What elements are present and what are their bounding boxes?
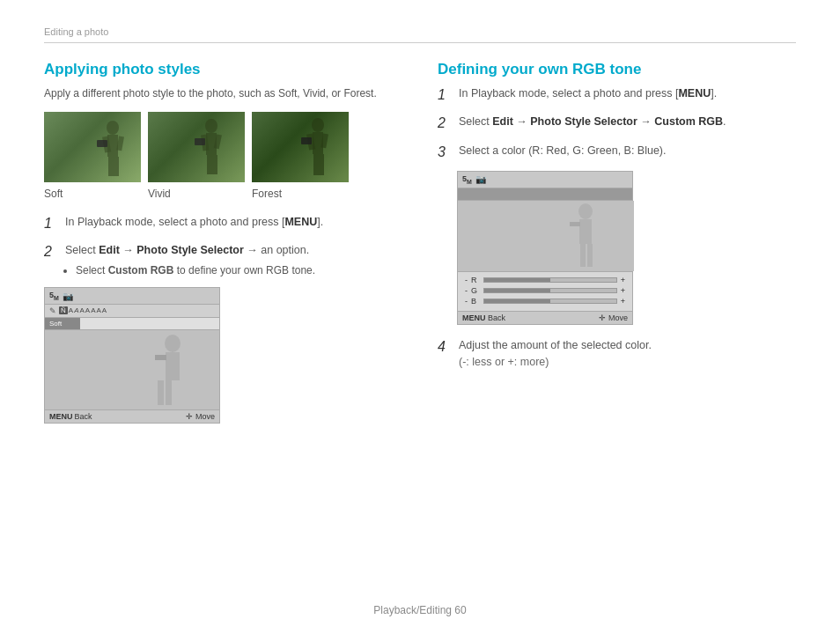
g-minus: -	[465, 286, 468, 295]
b-fill	[484, 299, 550, 303]
photo-soft	[44, 112, 141, 182]
svg-rect-21	[45, 330, 219, 409]
svg-rect-19	[319, 154, 324, 175]
b-plus: +	[621, 297, 625, 306]
right-step-text-4-sub: (-: less or +: more)	[459, 356, 549, 368]
right-step-2: 2 Select Edit → Photo Style Selector → C…	[438, 114, 796, 133]
step-2-bullets: Select Custom RGB to define your own RGB…	[76, 262, 315, 278]
svg-rect-26	[166, 380, 172, 405]
svg-point-14	[312, 118, 324, 132]
svg-rect-25	[158, 380, 164, 405]
label-forest: Forest	[252, 188, 349, 200]
rgb-row-b: - B +	[465, 297, 625, 306]
right-step-4: 4 Adjust the amount of the selected colo…	[438, 337, 796, 371]
svg-point-28	[578, 203, 593, 219]
rgb-icon-camera: 📷	[475, 174, 486, 185]
r-fill	[484, 278, 550, 282]
rgb-row-r: - R +	[465, 276, 625, 284]
photo-examples-row	[44, 112, 402, 182]
b-bar	[483, 299, 617, 304]
svg-rect-5	[114, 157, 119, 176]
r-plus: +	[621, 276, 625, 284]
icon-a1: A	[69, 306, 73, 314]
camera-ui-top-left: 5M 📷	[45, 288, 219, 305]
back-label-left: MENU Back	[49, 412, 92, 421]
rgb-preview	[458, 201, 632, 271]
rgb-back-label: MENU Back	[462, 313, 505, 322]
icon-a7: A	[102, 306, 107, 314]
b-label: B	[471, 297, 480, 306]
svg-rect-4	[108, 157, 114, 176]
svg-rect-32	[587, 244, 593, 267]
svg-rect-30	[570, 222, 580, 226]
move-label-left: ✛ Move	[186, 412, 215, 421]
camera-ui-left: 5M 📷 ✎ Ñ A A A A A A A Soft	[44, 287, 220, 424]
svg-point-7	[205, 119, 217, 133]
photo-forest	[252, 112, 349, 182]
pencil-icon: ✎	[49, 306, 56, 315]
right-step-text-4: Adjust the amount of the selected color.	[459, 339, 652, 351]
step-num-1: 1	[44, 214, 58, 233]
svg-rect-27	[458, 201, 634, 271]
rgb-icon-5m: 5M	[462, 174, 472, 185]
icon-a3: A	[79, 306, 84, 314]
right-step-text-3: Select a color (R: Red, G: Green, B: Blu…	[459, 143, 796, 159]
cam-icon-5m: 5M	[49, 291, 59, 301]
rgb-ui-bottom: MENU Back ✛ Move	[458, 311, 632, 324]
svg-rect-24	[155, 355, 166, 360]
b-minus: -	[465, 297, 468, 306]
left-section-title: Applying photo styles	[44, 61, 402, 78]
g-plus: +	[621, 286, 625, 295]
step-num-2: 2	[44, 242, 58, 262]
svg-point-0	[107, 121, 119, 135]
right-step-num-1: 1	[438, 85, 452, 105]
camera-ui-bottom-left: MENU Back ✛ Move	[45, 409, 219, 423]
right-section-title: Defining your own RGB tone	[438, 61, 796, 78]
svg-rect-20	[301, 137, 312, 144]
icon-a6: A	[97, 306, 101, 314]
svg-rect-31	[580, 244, 586, 267]
svg-rect-13	[195, 138, 205, 145]
rgb-sliders: - R + - G +	[458, 271, 632, 311]
svg-rect-6	[97, 140, 107, 147]
right-step-3: 3 Select a color (R: Red, G: Green, B: B…	[438, 143, 796, 162]
svg-point-22	[165, 335, 181, 352]
svg-rect-12	[212, 155, 217, 174]
g-label: G	[471, 286, 480, 295]
rgb-menu-bar	[458, 188, 632, 200]
right-column: Defining your own RGB tone 1 In Playback…	[438, 61, 796, 424]
camera-style-icons: ✎ Ñ A A A A A A A	[45, 305, 219, 318]
right-step-num-4: 4	[438, 337, 452, 357]
right-step-text-1: In Playback mode, select a photo and pre…	[459, 85, 796, 102]
svg-rect-29	[579, 219, 592, 244]
svg-rect-23	[166, 352, 180, 380]
left-section-desc: Apply a different photo style to the pho…	[44, 85, 402, 101]
svg-rect-18	[313, 154, 319, 175]
breadcrumb: Editing a photo	[44, 26, 796, 37]
svg-rect-11	[207, 155, 212, 174]
photo-labels: Soft Vivid Forest	[44, 188, 402, 200]
r-minus: -	[465, 276, 468, 284]
rgb-move-label: ✛ Move	[599, 313, 628, 322]
r-bar	[483, 277, 617, 283]
left-step-1: 1 In Playback mode, select a photo and p…	[44, 214, 402, 233]
right-step-1: 1 In Playback mode, select a photo and p…	[438, 85, 796, 105]
g-fill	[484, 289, 550, 292]
step-text-1: In Playback mode, select a photo and pre…	[65, 214, 402, 231]
rgb-row-g: - G +	[465, 286, 625, 295]
camera-ui-preview-left	[45, 330, 219, 409]
top-divider	[44, 42, 796, 43]
label-vivid: Vivid	[148, 188, 245, 200]
right-step-text-2: Select Edit → Photo Style Selector → Cus…	[459, 114, 796, 130]
icon-a4: A	[85, 306, 90, 314]
right-step-text-4-container: Adjust the amount of the selected color.…	[459, 337, 652, 371]
cam-icon-camera: 📷	[63, 291, 73, 301]
label-soft: Soft	[44, 188, 141, 200]
photo-vivid	[148, 112, 245, 182]
icon-selected: Ñ	[59, 306, 68, 314]
g-bar	[483, 288, 617, 293]
icon-a2: A	[74, 306, 78, 314]
menu-label-soft: Soft	[45, 318, 80, 329]
camera-ui-menu-bar: Soft	[45, 318, 219, 330]
left-column: Applying photo styles Apply a different …	[44, 61, 402, 424]
